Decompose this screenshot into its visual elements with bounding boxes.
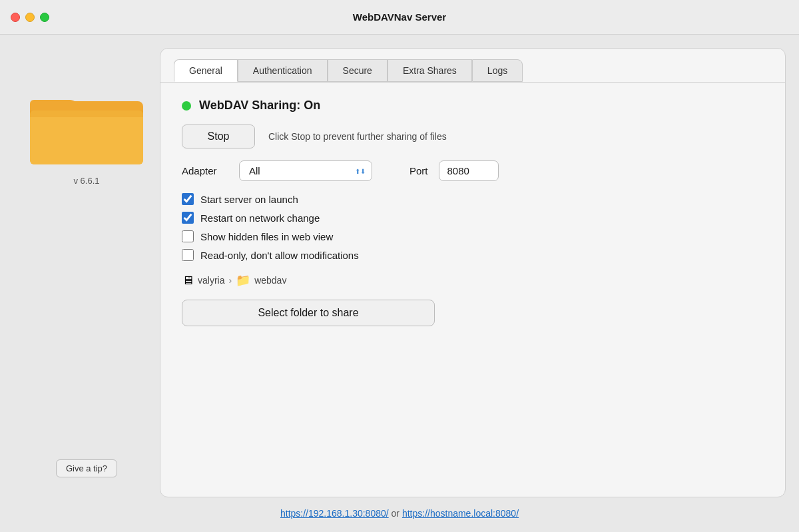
status-dot [182, 101, 191, 111]
minimize-button[interactable] [25, 13, 35, 22]
maximize-button[interactable] [40, 13, 49, 22]
select-folder-button[interactable]: Select folder to share [182, 300, 435, 326]
sidebar: v 6.6.1 Give a tip? [13, 48, 160, 497]
footer: https://192.168.1.30:8080/ or https://ho… [0, 497, 799, 532]
adapter-label: Adapter [182, 165, 228, 176]
port-label: Port [409, 165, 428, 176]
checkbox-row-read-only: Read-only, don't allow modifications [182, 249, 764, 261]
or-text: or [392, 508, 402, 519]
tab-general[interactable]: General [174, 59, 238, 82]
host-name: valyria [198, 275, 224, 286]
restart-on-network-label: Restart on network change [200, 212, 320, 224]
stop-button[interactable]: Stop [182, 125, 255, 148]
checkbox-row-show-hidden-files: Show hidden files in web view [182, 230, 764, 242]
read-only-checkbox[interactable] [182, 249, 194, 261]
tab-logs[interactable]: Logs [472, 59, 523, 82]
stop-row: Stop Click Stop to prevent further shari… [182, 125, 764, 148]
close-button[interactable] [11, 13, 20, 22]
window-controls[interactable] [11, 13, 49, 22]
restart-on-network-checkbox[interactable] [182, 212, 194, 224]
settings-panel: General Authentication Secure Extra Shar… [160, 48, 786, 497]
link-ip[interactable]: https://192.168.1.30:8080/ [280, 508, 389, 519]
tab-extra-shares[interactable]: Extra Shares [388, 59, 472, 82]
checkbox-row-start-on-launch: Start server on launch [182, 193, 764, 205]
folder-name: webdav [254, 275, 286, 286]
checkbox-group: Start server on launch Restart on networ… [182, 193, 764, 261]
path-row: 🖥 valyria › 📁 webdav [182, 273, 764, 288]
checkbox-row-restart-on-network: Restart on network change [182, 212, 764, 224]
show-hidden-files-label: Show hidden files in web view [200, 231, 333, 242]
version-label: v 6.6.1 [73, 176, 99, 186]
start-on-launch-label: Start server on launch [200, 194, 298, 205]
port-input[interactable] [439, 160, 499, 181]
host-icon: 🖥 [182, 274, 194, 288]
start-on-launch-checkbox[interactable] [182, 193, 194, 205]
window-title: WebDAVNav Server [353, 11, 446, 23]
adapter-select-wrapper[interactable]: All Wi-Fi Ethernet [239, 160, 372, 181]
svg-rect-1 [30, 111, 143, 164]
adapter-select[interactable]: All Wi-Fi Ethernet [239, 160, 372, 181]
panel-content: WebDAV Sharing: On Stop Click Stop to pr… [160, 83, 785, 497]
status-row: WebDAV Sharing: On [182, 99, 764, 113]
tab-bar: General Authentication Secure Extra Shar… [160, 49, 785, 83]
stop-description: Click Stop to prevent further sharing of… [268, 131, 447, 142]
read-only-label: Read-only, don't allow modifications [200, 250, 359, 261]
folder-icon [27, 75, 146, 168]
title-bar: WebDAVNav Server [0, 0, 799, 35]
link-hostname[interactable]: https://hostname.local:8080/ [402, 508, 519, 519]
main-container: v 6.6.1 Give a tip? General Authenticati… [0, 35, 799, 497]
adapter-port-row: Adapter All Wi-Fi Ethernet Port [182, 160, 764, 181]
status-text: WebDAV Sharing: On [199, 99, 320, 113]
tab-authentication[interactable]: Authentication [238, 59, 328, 82]
folder-path-icon: 📁 [236, 273, 250, 288]
path-separator: › [228, 275, 232, 286]
give-tip-button[interactable]: Give a tip? [56, 459, 117, 477]
tab-secure[interactable]: Secure [328, 59, 388, 82]
svg-rect-2 [30, 111, 143, 117]
show-hidden-files-checkbox[interactable] [182, 230, 194, 242]
